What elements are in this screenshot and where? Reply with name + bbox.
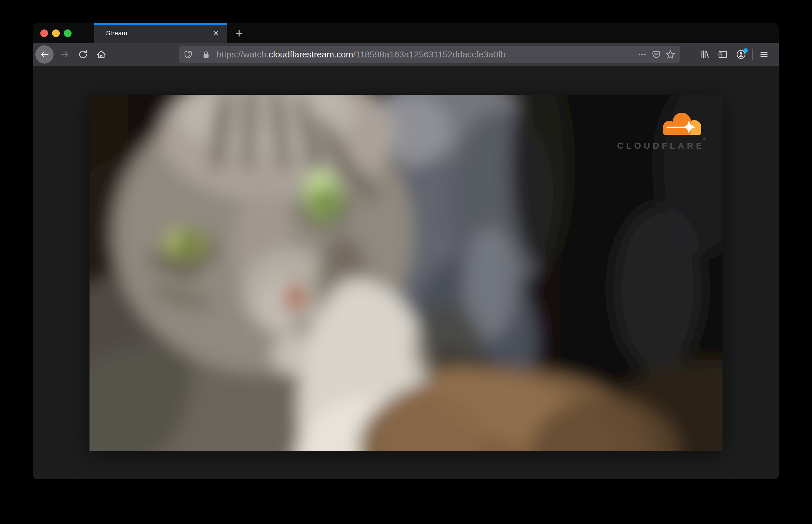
bookmark-star-icon[interactable] bbox=[665, 49, 676, 60]
sidebars-icon bbox=[717, 49, 728, 60]
url-text: https://watch.cloudflarestream.com/11859… bbox=[217, 49, 633, 60]
browser-window: Stream ✕ + https://watch.cloudflarestrea… bbox=[33, 23, 779, 479]
url-bar[interactable]: https://watch.cloudflarestream.com/11859… bbox=[179, 46, 680, 63]
url-path: /118598a163a125631152ddaccfe3a0fb bbox=[353, 49, 506, 59]
forward-button[interactable] bbox=[58, 47, 72, 62]
account-notification-dot bbox=[743, 48, 748, 53]
close-window-button[interactable] bbox=[40, 30, 48, 37]
tab-stream[interactable]: Stream ✕ bbox=[94, 23, 227, 43]
registered-mark: ® bbox=[703, 137, 706, 141]
active-tab-indicator bbox=[94, 23, 227, 25]
menu-button[interactable] bbox=[757, 47, 771, 62]
url-protocol: https://watch. bbox=[217, 49, 269, 59]
url-domain: cloudflarestream.com bbox=[269, 49, 353, 59]
titlebar: Stream ✕ + bbox=[33, 23, 779, 43]
hamburger-menu-icon bbox=[759, 49, 769, 60]
tracking-protection-shield-icon[interactable] bbox=[183, 49, 193, 60]
cloudflare-cloud-icon bbox=[658, 112, 705, 135]
back-button[interactable] bbox=[35, 45, 53, 64]
window-controls bbox=[40, 30, 71, 37]
sidebars-button[interactable] bbox=[716, 47, 730, 62]
library-button[interactable] bbox=[697, 47, 712, 62]
reload-icon bbox=[78, 49, 88, 60]
tab-close-icon[interactable]: ✕ bbox=[211, 28, 221, 38]
page-actions-icon[interactable] bbox=[637, 49, 647, 60]
urlbar-divider bbox=[197, 49, 197, 60]
tab-title: Stream bbox=[106, 30, 211, 37]
reload-button[interactable] bbox=[76, 47, 90, 62]
lock-icon[interactable] bbox=[201, 49, 211, 60]
page-content: CLOUDFLARE® bbox=[33, 95, 779, 479]
navigation-toolbar: https://watch.cloudflarestream.com/11859… bbox=[33, 43, 779, 66]
cloudflare-wordmark: CLOUDFLARE® bbox=[617, 137, 706, 151]
library-icon bbox=[699, 49, 710, 60]
home-icon bbox=[96, 49, 107, 60]
minimize-window-button[interactable] bbox=[52, 30, 60, 37]
cloudflare-logo: CLOUDFLARE® bbox=[609, 112, 706, 151]
pocket-icon[interactable] bbox=[651, 49, 662, 60]
back-arrow-icon bbox=[39, 49, 50, 60]
new-tab-button[interactable]: + bbox=[232, 26, 246, 40]
account-button[interactable] bbox=[734, 47, 748, 62]
fullscreen-window-button[interactable] bbox=[64, 30, 71, 37]
toolbar-divider bbox=[752, 49, 753, 60]
video-player[interactable]: CLOUDFLARE® bbox=[90, 95, 722, 451]
home-button[interactable] bbox=[94, 47, 108, 62]
forward-arrow-icon bbox=[60, 49, 70, 60]
